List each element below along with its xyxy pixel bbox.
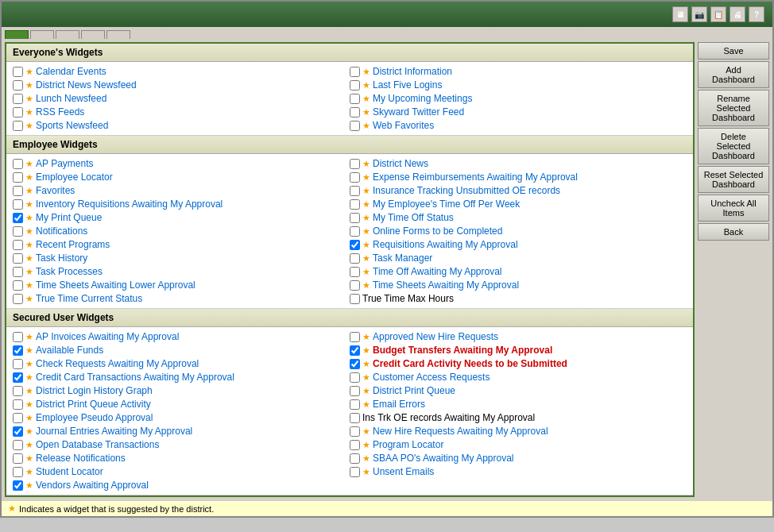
widget-checkbox[interactable] — [13, 213, 23, 223]
section-1: Employee Widgets★AP Payments★Employee Lo… — [6, 136, 693, 309]
widget-checkbox[interactable] — [13, 359, 23, 369]
widget-checkbox[interactable] — [13, 386, 23, 396]
add-dashboard-button[interactable]: Add Dashboard — [698, 61, 769, 88]
widget-checkbox[interactable] — [350, 372, 360, 383]
widget-checkbox[interactable] — [13, 67, 23, 77]
star-icon: ★ — [362, 80, 370, 91]
widget-checkbox[interactable] — [350, 253, 360, 264]
widget-checkbox[interactable] — [13, 107, 23, 118]
widget-checkbox[interactable] — [350, 386, 360, 396]
widget-label: District News — [373, 158, 428, 169]
widget-checkbox[interactable] — [13, 199, 23, 210]
star-icon: ★ — [25, 240, 33, 250]
reset-dashboard-button[interactable]: Reset Selected Dashboard — [698, 166, 769, 193]
tab-task-manager[interactable] — [81, 30, 105, 39]
star-icon: ★ — [362, 440, 370, 450]
tab-news[interactable] — [106, 30, 130, 39]
widget-item: ★Expense Reimbursements Awaiting My Appr… — [350, 171, 687, 183]
widget-checkbox[interactable] — [350, 453, 360, 464]
widget-checkbox[interactable] — [350, 172, 360, 183]
widget-checkbox[interactable] — [350, 94, 360, 104]
widget-checkbox[interactable] — [13, 159, 23, 169]
widget-checkbox[interactable] — [13, 426, 23, 437]
widget-checkbox[interactable] — [13, 294, 23, 304]
widget-item: ★District Print Queue — [350, 384, 687, 397]
widget-checkbox[interactable] — [13, 172, 23, 183]
widget-checkbox[interactable] — [350, 226, 360, 237]
star-icon: ★ — [362, 121, 370, 131]
widget-checkbox[interactable] — [350, 440, 360, 450]
widget-checkbox[interactable] — [13, 372, 23, 383]
widget-item: ★Employee Locator — [13, 171, 350, 183]
star-icon: ★ — [25, 413, 33, 423]
clipboard-icon[interactable]: 📋 — [710, 6, 726, 22]
main-window: 🖥 📷 📋 🖨 ? Everyone's Widgets★Calendar Ev… — [0, 0, 774, 518]
widget-label: My Print Queue — [36, 212, 102, 223]
widget-checkbox[interactable] — [13, 332, 23, 342]
rename-dashboard-button[interactable]: Rename Selected Dashboard — [698, 90, 769, 126]
camera-icon[interactable]: 📷 — [691, 6, 707, 22]
delete-dashboard-button[interactable]: Delete Selected Dashboard — [698, 128, 769, 164]
section-header-1: Employee Widgets — [6, 136, 693, 154]
widget-checkbox[interactable] — [350, 467, 360, 477]
widget-checkbox[interactable] — [13, 467, 23, 477]
widget-checkbox[interactable] — [13, 440, 23, 450]
widget-checkbox[interactable] — [350, 80, 360, 91]
widget-item: ★AP Invoices Awaiting My Approval — [13, 330, 350, 343]
widget-checkbox[interactable] — [350, 332, 360, 342]
printer-icon[interactable]: 🖨 — [729, 6, 745, 22]
widget-checkbox[interactable] — [350, 280, 360, 291]
question-icon[interactable]: ? — [749, 6, 764, 22]
widget-checkbox[interactable] — [13, 121, 23, 131]
uncheck-all-button[interactable]: Uncheck All Items — [698, 195, 769, 222]
widget-label: Task Processes — [36, 266, 103, 277]
widget-item: ★Open Database Transactions — [13, 438, 350, 451]
widget-checkbox[interactable] — [350, 294, 360, 304]
star-icon: ★ — [362, 159, 370, 169]
widget-checkbox[interactable] — [350, 199, 360, 210]
back-button[interactable]: Back — [698, 223, 769, 241]
widget-checkbox[interactable] — [13, 94, 23, 104]
widget-checkbox[interactable] — [13, 453, 23, 464]
tab-employee-info[interactable] — [56, 30, 79, 39]
widget-checkbox[interactable] — [13, 240, 23, 250]
widget-checkbox[interactable] — [13, 345, 23, 356]
tab-hr-approval[interactable] — [30, 30, 54, 39]
widget-checkbox[interactable] — [13, 413, 23, 423]
widget-checkbox[interactable] — [13, 253, 23, 264]
widget-checkbox[interactable] — [13, 80, 23, 91]
widget-checkbox[interactable] — [13, 399, 23, 410]
widget-checkbox[interactable] — [350, 240, 360, 250]
widget-checkbox[interactable] — [13, 280, 23, 291]
widget-label: Customer Access Requests — [373, 372, 490, 383]
widget-checkbox[interactable] — [13, 267, 23, 277]
widget-checkbox[interactable] — [350, 426, 360, 437]
widget-checkbox[interactable] — [350, 121, 360, 131]
widget-checkbox[interactable] — [13, 480, 23, 491]
widget-checkbox[interactable] — [350, 359, 360, 369]
title-bar-buttons: 🖥 📷 📋 🖨 ? — [672, 6, 764, 22]
monitor-icon[interactable]: 🖥 — [672, 6, 688, 22]
widget-item: ★Last Five Logins — [350, 79, 687, 91]
widget-item: ★District News Newsfeed — [13, 79, 350, 91]
star-icon: ★ — [25, 480, 33, 491]
widget-checkbox[interactable] — [350, 267, 360, 277]
section-0-col-1: ★District Information★Last Five Logins★M… — [350, 65, 687, 132]
widget-checkbox[interactable] — [350, 159, 360, 169]
widget-label: Recent Programs — [36, 239, 110, 250]
widget-checkbox[interactable] — [350, 107, 360, 118]
widget-checkbox[interactable] — [350, 213, 360, 223]
widget-label: Lunch Newsfeed — [36, 93, 106, 104]
widget-checkbox[interactable] — [350, 399, 360, 410]
widget-checkbox[interactable] — [350, 67, 360, 77]
widget-checkbox[interactable] — [350, 186, 360, 196]
save-button[interactable]: Save — [698, 42, 769, 60]
widget-checkbox[interactable] — [350, 413, 360, 423]
tab-finance-approval[interactable] — [5, 30, 29, 39]
widget-checkbox[interactable] — [350, 345, 360, 356]
widget-checkbox[interactable] — [13, 226, 23, 237]
star-icon: ★ — [362, 213, 370, 223]
widget-checkbox[interactable] — [13, 186, 23, 196]
section-1-col-0: ★AP Payments★Employee Locator★Favorites★… — [13, 157, 350, 305]
widget-item: ★Task History — [13, 252, 350, 264]
